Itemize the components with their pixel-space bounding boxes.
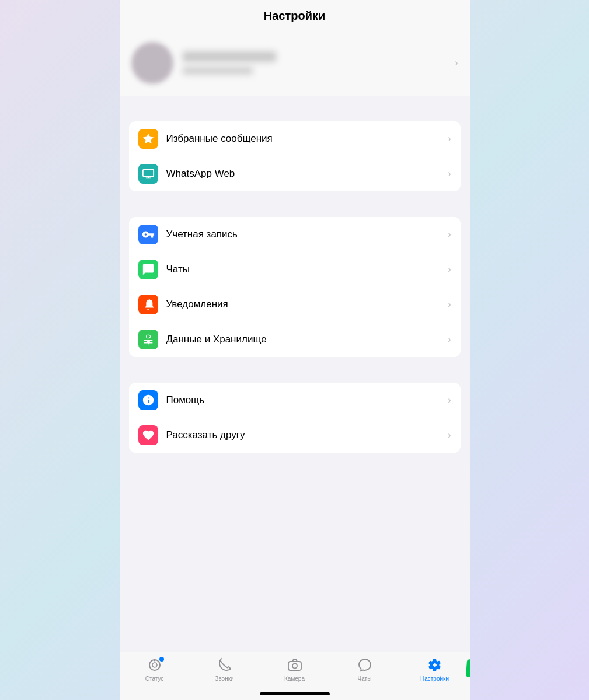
svg-point-4 bbox=[152, 663, 157, 667]
key-icon bbox=[138, 225, 158, 244]
chats-tab-icon bbox=[357, 657, 373, 673]
chats-chevron: › bbox=[448, 264, 451, 275]
menu-item-help[interactable]: Помощь › bbox=[129, 383, 461, 418]
tab-status[interactable]: Статус bbox=[120, 657, 190, 682]
chats-tab-label: Чаты bbox=[358, 676, 372, 682]
camera-tab-label: Камера bbox=[284, 676, 305, 682]
menu-item-whatsapp-web[interactable]: WhatsApp Web › bbox=[129, 156, 461, 191]
bell-icon bbox=[138, 295, 158, 314]
menu-item-invite[interactable]: Рассказать другу › bbox=[129, 418, 461, 453]
invite-label: Рассказать другу bbox=[166, 429, 448, 441]
camera-icon bbox=[287, 657, 303, 673]
section-gap-1 bbox=[120, 100, 470, 121]
tab-calls[interactable]: Звонки bbox=[190, 657, 260, 682]
account-chevron: › bbox=[448, 229, 451, 240]
chats-label: Чаты bbox=[166, 264, 448, 275]
settings-content: › Избранные сообщения › bbox=[120, 30, 470, 516]
svg-rect-6 bbox=[288, 662, 301, 670]
profile-chevron: › bbox=[455, 58, 458, 68]
account-label: Учетная запись bbox=[166, 229, 448, 240]
settings-group-1: Избранные сообщения › WhatsApp Web › bbox=[129, 121, 461, 191]
help-label: Помощь bbox=[166, 394, 448, 406]
chat-icon bbox=[138, 260, 158, 279]
tab-camera[interactable]: Камера bbox=[260, 657, 330, 682]
phone-screen: Настройки › Избранные сообщения › bbox=[120, 0, 470, 700]
tab-chats[interactable]: Чаты bbox=[330, 657, 400, 682]
profile-phone bbox=[183, 66, 253, 75]
svg-point-3 bbox=[149, 660, 160, 670]
starred-chevron: › bbox=[448, 134, 451, 144]
svg-rect-0 bbox=[142, 170, 153, 177]
status-dot bbox=[159, 657, 164, 662]
calls-tab-label: Звонки bbox=[215, 676, 233, 682]
home-indicator bbox=[260, 692, 330, 695]
navigation-bar: Настройки bbox=[120, 0, 470, 30]
notifications-label: Уведомления bbox=[166, 299, 448, 310]
status-tab-label: Статус bbox=[145, 676, 164, 682]
menu-item-storage[interactable]: Данные и Хранилище › bbox=[129, 322, 461, 357]
settings-tab-icon bbox=[427, 657, 443, 673]
menu-item-chats[interactable]: Чаты › bbox=[129, 252, 461, 287]
profile-name bbox=[183, 51, 276, 62]
star-icon bbox=[138, 129, 158, 149]
notifications-chevron: › bbox=[448, 299, 451, 310]
status-icon bbox=[147, 657, 163, 673]
section-gap-3 bbox=[120, 362, 470, 383]
whatsapp-web-label: WhatsApp Web bbox=[166, 168, 448, 180]
heart-icon bbox=[138, 425, 158, 445]
page-title: Настройки bbox=[264, 9, 326, 22]
starred-label: Избранные сообщения bbox=[166, 133, 448, 145]
menu-item-account[interactable]: Учетная запись › bbox=[129, 217, 461, 252]
info-icon bbox=[138, 390, 158, 410]
whatsapp-web-chevron: › bbox=[448, 169, 451, 179]
svg-point-7 bbox=[292, 664, 297, 668]
profile-section[interactable]: › bbox=[120, 30, 470, 96]
storage-chevron: › bbox=[448, 334, 451, 345]
calls-icon bbox=[217, 657, 233, 673]
profile-info bbox=[183, 51, 446, 75]
menu-item-notifications[interactable]: Уведомления › bbox=[129, 287, 461, 322]
settings-group-3: Помощь › Рассказать другу › bbox=[129, 383, 461, 453]
invite-chevron: › bbox=[448, 430, 451, 440]
settings-tab-label: Настройки bbox=[420, 676, 449, 682]
settings-group-2: Учетная запись › Чаты › bbox=[129, 217, 461, 357]
menu-item-starred[interactable]: Избранные сообщения › bbox=[129, 121, 461, 156]
storage-label: Данные и Хранилище bbox=[166, 334, 448, 345]
monitor-icon bbox=[138, 164, 158, 184]
section-gap-2 bbox=[120, 196, 470, 217]
help-chevron: › bbox=[448, 395, 451, 405]
svg-point-5 bbox=[154, 660, 155, 662]
avatar bbox=[131, 42, 173, 84]
storage-icon bbox=[138, 330, 158, 349]
